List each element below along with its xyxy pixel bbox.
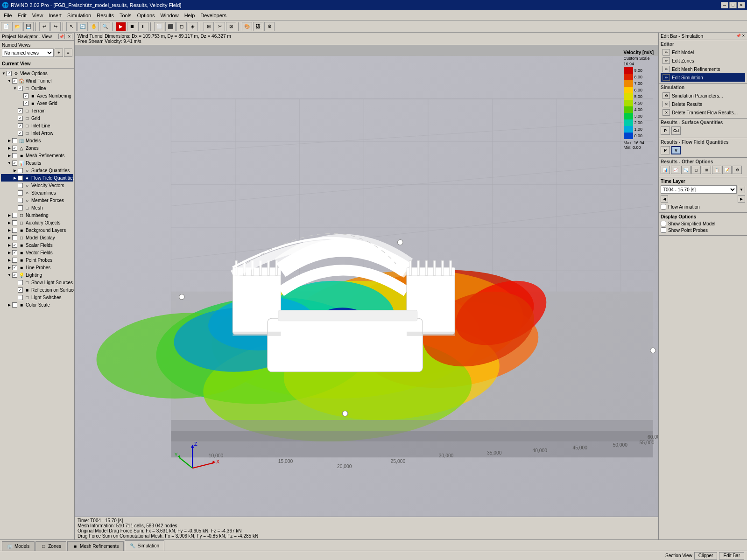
- checkbox-auxiliary[interactable]: [12, 220, 17, 225]
- viewport-canvas[interactable]: 10,000 15,000 20,000 25,000 30,000 35,00…: [75, 45, 658, 532]
- time-layer-dropdown[interactable]: T004 - 15.70 [s]: [661, 185, 737, 194]
- other-icon-5[interactable]: ⊞: [702, 166, 711, 174]
- flow-p-button[interactable]: P: [661, 146, 670, 154]
- viewport[interactable]: Wind Tunnel Dimensions: Dx = 109.753 m, …: [75, 33, 658, 539]
- time-next-button[interactable]: ▶: [738, 195, 745, 203]
- tree-line-probes[interactable]: ▶ ■ Line Probes: [1, 264, 73, 271]
- tree-inlet-line[interactable]: □ Inlet Line: [1, 122, 73, 129]
- tb-redo[interactable]: ↪: [50, 22, 61, 31]
- tb-view-iso[interactable]: ◈: [188, 22, 198, 31]
- views-list-button[interactable]: ≡: [64, 49, 72, 57]
- tree-color-scale[interactable]: ▶ ■ Color Scale: [1, 301, 73, 308]
- checkbox-results[interactable]: [12, 161, 17, 166]
- tree-numbering[interactable]: ▶ □ Numbering: [1, 211, 73, 219]
- right-panel-close[interactable]: ✕: [742, 34, 745, 39]
- tb-mesh[interactable]: ⊠: [226, 22, 236, 31]
- edit-simulation-button[interactable]: ✏ Edit Simulation: [661, 73, 745, 82]
- tb-settings[interactable]: ⚙: [264, 22, 275, 31]
- tb-view-top[interactable]: ⬜: [154, 22, 164, 31]
- delete-results-button[interactable]: ✕ Delete Results: [661, 100, 745, 108]
- close-button[interactable]: ✕: [738, 2, 745, 8]
- checkbox-velocity-vectors[interactable]: [18, 183, 23, 188]
- checkbox-scalar-fields[interactable]: [12, 243, 17, 248]
- edit-zones-button[interactable]: ✏ Edit Zones: [661, 56, 745, 65]
- tb-render1[interactable]: 🎨: [242, 22, 252, 31]
- tb-fit[interactable]: ⊞: [204, 22, 214, 31]
- views-add-button[interactable]: +: [55, 49, 63, 57]
- checkbox-streamlines[interactable]: [18, 190, 23, 196]
- panel-pin-button[interactable]: 📌: [58, 34, 65, 39]
- tree-surface-quantities[interactable]: ▶ ○ Surface Quantities: [1, 167, 73, 174]
- tb-pause[interactable]: ⏸: [138, 22, 148, 31]
- edit-mesh-button[interactable]: ✏ Edit Mesh Refinements: [661, 65, 745, 73]
- tree-outline[interactable]: ▼ □ Outline: [1, 84, 73, 92]
- tb-save[interactable]: 💾: [23, 22, 34, 31]
- tree-zones[interactable]: ▶ △ Zones: [1, 144, 73, 152]
- surface-cd-button[interactable]: Cd: [671, 126, 681, 135]
- tree-streamlines[interactable]: ○ Streamlines: [1, 189, 73, 196]
- checkbox-outline[interactable]: [18, 86, 23, 91]
- clipper-button[interactable]: Clipper: [694, 552, 718, 560]
- checkbox-color-scale[interactable]: [12, 302, 17, 308]
- tb-new[interactable]: 📄: [1, 22, 11, 31]
- tree-model-display[interactable]: ▶ □ Model Display: [1, 234, 73, 241]
- tree-results[interactable]: ▼ 📊 Results: [1, 159, 73, 167]
- menu-file[interactable]: File: [1, 12, 15, 19]
- checkbox-light-switches[interactable]: [18, 295, 23, 300]
- tree-flow-field-quantities[interactable]: ▶ ● Flow Field Quantities: [1, 174, 73, 182]
- checkbox-member-forces[interactable]: [18, 198, 23, 203]
- tb-rotate[interactable]: 🔄: [78, 22, 88, 31]
- show-simplified-checkbox[interactable]: [661, 221, 666, 226]
- tb-open[interactable]: 📂: [12, 22, 22, 31]
- menu-results[interactable]: Results: [94, 12, 117, 19]
- menu-insert[interactable]: Insert: [46, 12, 64, 19]
- panel-close-button[interactable]: ✕: [66, 34, 72, 39]
- menu-help[interactable]: Help: [182, 12, 198, 19]
- tree-velocity-vectors[interactable]: ○ Velocity Vectors: [1, 182, 73, 189]
- checkbox-inlet-arrow[interactable]: [18, 131, 23, 136]
- tree-axes-numbering[interactable]: ■ Axes Numbering: [1, 92, 73, 99]
- tree-mesh[interactable]: □ Mesh: [1, 204, 73, 211]
- sim-params-button[interactable]: ⚙ Simulation Parameters...: [661, 91, 745, 100]
- flow-v-button[interactable]: V: [671, 146, 681, 154]
- checkbox-flow-field[interactable]: [18, 175, 23, 181]
- checkbox-grid[interactable]: [18, 116, 23, 121]
- tree-vector-fields[interactable]: ▶ ■ Vector Fields: [1, 249, 73, 256]
- other-icon-8[interactable]: ⚙: [733, 166, 742, 174]
- checkbox-wind-tunnel[interactable]: [12, 78, 17, 84]
- tab-zones[interactable]: □ Zones: [35, 541, 66, 551]
- tree-terrain[interactable]: □ Terrain: [1, 107, 73, 114]
- tree-auxiliary-objects[interactable]: ▶ □ Auxiliary Objects: [1, 219, 73, 226]
- show-point-probes-checkbox[interactable]: [661, 227, 666, 233]
- checkbox-surface-quantities[interactable]: [18, 168, 23, 173]
- delete-transient-button[interactable]: ✕ Delete Transient Flow Results...: [661, 108, 745, 117]
- tb-render2[interactable]: 🖼: [253, 22, 263, 31]
- time-prev-button[interactable]: ◀: [661, 195, 668, 203]
- menu-tools[interactable]: Tools: [117, 12, 134, 19]
- tb-run[interactable]: ▶: [116, 22, 126, 31]
- checkbox-axes-grid[interactable]: [23, 101, 28, 106]
- tab-simulation[interactable]: 🔧 Simulation: [125, 540, 164, 551]
- checkbox-numbering[interactable]: [12, 213, 17, 218]
- tb-undo[interactable]: ↩: [39, 22, 49, 31]
- tb-select[interactable]: ↖: [66, 22, 77, 31]
- checkbox-zones[interactable]: [12, 146, 17, 151]
- tree-axes-grid[interactable]: ■ Axes Grid: [1, 99, 73, 107]
- checkbox-axes-numbering[interactable]: [23, 93, 28, 98]
- other-icon-4[interactable]: ◻: [691, 166, 701, 174]
- tree-view-options[interactable]: ▼ ⚙ View Options: [1, 70, 73, 77]
- other-icon-7[interactable]: 📝: [722, 166, 732, 174]
- tree-show-light-sources[interactable]: □ Show Light Sources: [1, 279, 73, 286]
- checkbox-mesh-refinements[interactable]: [12, 153, 17, 158]
- surface-p-button[interactable]: P: [661, 126, 670, 135]
- edit-model-button[interactable]: ✏ Edit Model: [661, 48, 745, 56]
- tab-models[interactable]: 🏢 Models: [2, 541, 35, 551]
- tree-models[interactable]: ▶ 🏢 Models: [1, 137, 73, 144]
- checkbox-line-probes[interactable]: [12, 265, 17, 270]
- checkbox-terrain[interactable]: [18, 108, 23, 113]
- time-layer-expand[interactable]: ▼: [738, 186, 745, 193]
- tree-light-switches[interactable]: □ Light Switches: [1, 294, 73, 301]
- tree-lighting[interactable]: ▼ 💡 Lighting: [1, 271, 73, 279]
- tree-scalar-fields[interactable]: ▶ ■ Scalar Fields: [1, 241, 73, 249]
- other-icon-6[interactable]: 📋: [712, 166, 721, 174]
